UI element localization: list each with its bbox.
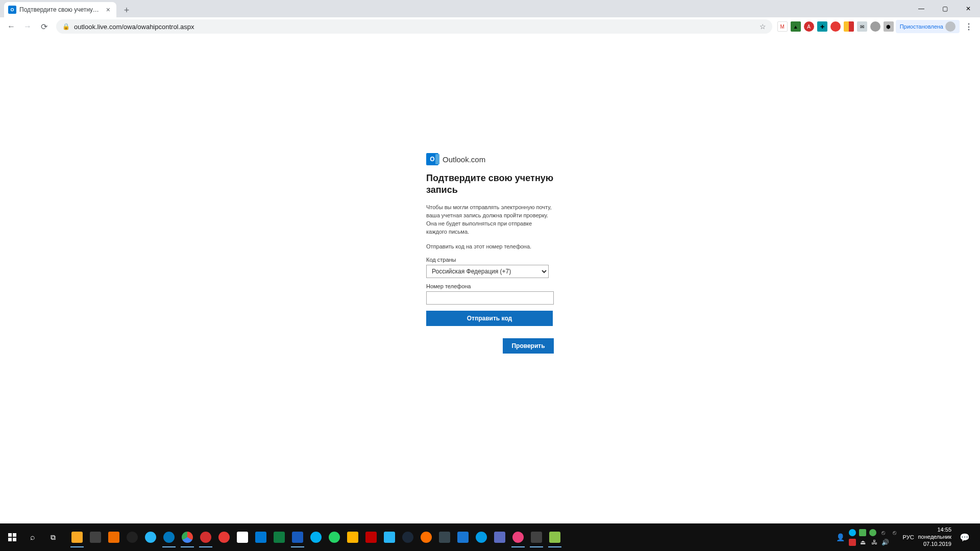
verify-card: O Outlook.com Подтвердите свою учетную з… <box>426 153 554 523</box>
taskbar-whatsapp[interactable] <box>326 527 343 547</box>
taskbar-apps <box>68 527 564 547</box>
system-tray: 👤 ⎋ ⎋ ⏏ 🖧 🔊 РУС 14:55 понедельник 07.10.… <box>836 527 978 547</box>
tray-icon[interactable] <box>849 539 856 546</box>
taskbar-clock[interactable]: 14:55 понедельник 07.10.2019 <box>918 527 951 547</box>
taskbar-skype[interactable] <box>307 527 325 547</box>
taskbar-app[interactable] <box>546 527 564 547</box>
taskbar-filezilla[interactable] <box>362 527 380 547</box>
address-bar[interactable]: 🔒 outlook.live.com/owa/owahipcontrol.asp… <box>56 19 772 34</box>
taskbar-app[interactable] <box>344 527 361 547</box>
tray-icon[interactable]: ⎋ <box>891 529 899 537</box>
brand-row: O Outlook.com <box>426 153 554 165</box>
verify-button[interactable]: Проверить <box>503 338 554 354</box>
brand-text: Outlook.com <box>443 155 485 164</box>
sync-label: Приостановлена <box>900 23 943 30</box>
taskbar-app[interactable] <box>436 527 453 547</box>
window-controls: — ▢ ✕ <box>910 0 980 17</box>
taskbar-app[interactable] <box>381 527 398 547</box>
page-content: O Outlook.com Подтвердите свою учетную з… <box>0 36 980 523</box>
page-heading: Подтвердите свою учетную запись <box>426 172 554 196</box>
instruction-text: Отправить код на этот номер телефона. <box>426 243 554 249</box>
sync-status-badge[interactable]: Приостановлена <box>896 20 960 33</box>
url-text: outlook.live.com/owa/owahipcontrol.aspx <box>74 23 755 31</box>
ext-icon[interactable] <box>870 21 880 32</box>
taskbar-app[interactable] <box>473 527 490 547</box>
people-icon[interactable]: 👤 <box>836 533 845 541</box>
phone-number-input[interactable] <box>426 291 554 305</box>
ext-icon[interactable] <box>844 21 854 32</box>
action-center-button[interactable]: 💬 <box>955 527 974 547</box>
taskbar-store[interactable] <box>234 527 251 547</box>
country-label: Код страны <box>426 257 554 263</box>
back-button[interactable]: ← <box>4 19 18 34</box>
taskbar-outlook[interactable] <box>252 527 270 547</box>
taskbar-app[interactable] <box>454 527 472 547</box>
tray-icon[interactable] <box>869 529 876 536</box>
new-tab-button[interactable]: + <box>119 3 134 17</box>
tab-strip: O Подтвердите свою учетную за × + <box>0 0 980 17</box>
tray-icon[interactable] <box>859 529 866 536</box>
start-button[interactable] <box>2 527 22 547</box>
windows-logo-icon <box>8 533 16 541</box>
task-view-icon: ⧉ <box>51 533 56 542</box>
clock-time: 14:55 <box>918 527 951 534</box>
clock-day: понедельник <box>918 534 951 541</box>
ext-icon[interactable]: ⬢ <box>884 21 894 32</box>
profile-avatar-icon <box>945 21 955 32</box>
language-indicator[interactable]: РУС <box>903 534 914 540</box>
browser-chrome: O Подтвердите свою учетную за × + — ▢ ✕ … <box>0 0 980 36</box>
taskbar-edge[interactable] <box>160 527 178 547</box>
clock-date: 07.10.2019 <box>918 541 951 548</box>
body-text: Чтобы вы могли отправлять электронную по… <box>426 204 554 236</box>
search-icon: ⌕ <box>30 533 35 542</box>
lock-icon: 🔒 <box>62 23 70 30</box>
taskbar-app[interactable] <box>491 527 508 547</box>
browser-tab[interactable]: O Подтвердите свою учетную за × <box>4 2 116 17</box>
taskbar-ie[interactable] <box>142 527 159 547</box>
minimize-button[interactable]: — <box>910 0 933 17</box>
taskbar-steam[interactable] <box>399 527 416 547</box>
ext-icon[interactable]: ✉ <box>857 21 867 32</box>
forward-button[interactable]: → <box>20 19 35 34</box>
taskbar-app[interactable] <box>418 527 435 547</box>
tray-volume-icon[interactable]: 🔊 <box>881 538 890 546</box>
taskbar-explorer[interactable] <box>68 527 86 547</box>
notification-icon: 💬 <box>960 533 970 542</box>
reload-button[interactable]: ⟳ <box>37 19 51 34</box>
ext-icon[interactable] <box>830 21 841 32</box>
taskbar-app[interactable] <box>105 527 122 547</box>
chrome-menu-button[interactable]: ⋮ <box>962 22 976 32</box>
taskbar-app[interactable] <box>124 527 141 547</box>
tray-network-icon[interactable]: 🖧 <box>870 538 878 546</box>
outlook-favicon-icon: O <box>8 6 16 14</box>
taskbar-yandex[interactable] <box>197 527 214 547</box>
browser-toolbar: ← → ⟳ 🔒 outlook.live.com/owa/owahipcontr… <box>0 17 980 36</box>
close-tab-icon[interactable]: × <box>104 6 112 14</box>
taskbar-chrome[interactable] <box>179 527 196 547</box>
maximize-button[interactable]: ▢ <box>933 0 957 17</box>
windows-taskbar: ⌕ ⧉ 👤 <box>0 523 980 551</box>
country-code-select[interactable]: Российская Федерация (+7) <box>426 265 549 278</box>
outlook-logo-icon: O <box>426 153 438 165</box>
taskbar-opera[interactable] <box>215 527 233 547</box>
tray-icon[interactable]: ⎋ <box>879 529 888 537</box>
tray-usb-icon[interactable]: ⏏ <box>859 538 867 546</box>
taskbar-app[interactable] <box>509 527 527 547</box>
send-code-button[interactable]: Отправить код <box>426 311 553 326</box>
taskbar-word[interactable] <box>289 527 306 547</box>
abp-ext-icon[interactable]: A <box>804 21 814 32</box>
ext-icon[interactable]: ✚ <box>817 21 827 32</box>
close-window-button[interactable]: ✕ <box>957 0 980 17</box>
phone-label: Номер телефона <box>426 283 554 289</box>
bookmark-star-icon[interactable]: ☆ <box>760 22 766 31</box>
task-view-button[interactable]: ⧉ <box>43 527 63 547</box>
taskbar-search-button[interactable]: ⌕ <box>22 527 43 547</box>
tray-skype-icon[interactable] <box>849 529 856 536</box>
taskbar-app[interactable] <box>87 527 104 547</box>
tab-title: Подтвердите свою учетную за <box>19 6 101 13</box>
taskbar-excel[interactable] <box>271 527 288 547</box>
ext-icon[interactable]: ▲ <box>791 21 801 32</box>
taskbar-mail[interactable] <box>528 527 545 547</box>
gmail-ext-icon[interactable]: M <box>777 21 788 32</box>
extension-icons: M ▲ A ✚ ✉ ⬢ <box>777 21 894 32</box>
